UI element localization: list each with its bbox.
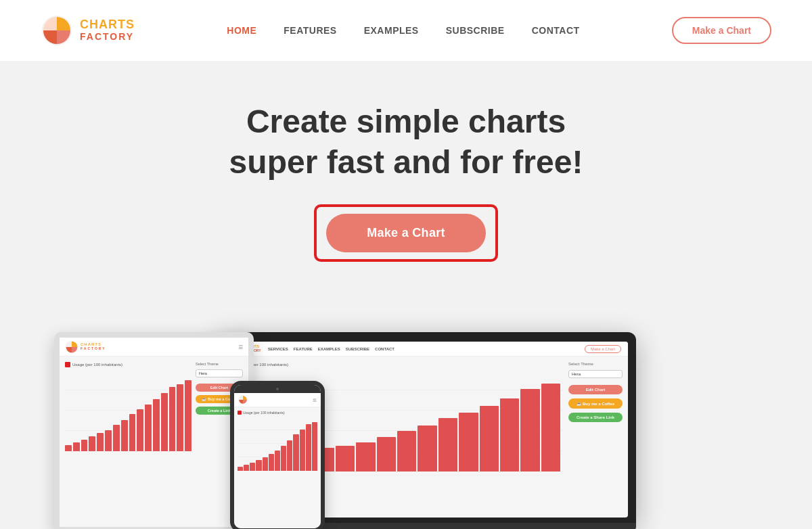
tablet-hamburger-icon[interactable]: ≡ (238, 342, 243, 352)
bar (459, 413, 478, 472)
navbar: CHARTS FACTORY HOME FEATURES EXAMPLES SU… (0, 0, 812, 61)
laptop-nav-services[interactable]: SERVICES (268, 347, 288, 351)
laptop-theme-label: Select Theme (568, 362, 623, 366)
logo-icon (41, 14, 73, 47)
phone-chart-title-text: Usage (per 100 inhabitants) (243, 411, 285, 415)
bar (336, 446, 355, 472)
laptop-nav-links: SERVICES FEATURE EXAMPLES SUBSCRIBE CONT… (268, 347, 578, 351)
bar (418, 426, 436, 472)
bar (300, 430, 305, 472)
nav-subscribe[interactable]: SUBSCRIBE (446, 25, 505, 36)
bar (500, 398, 519, 472)
tablet-theme-select[interactable]: Hera (196, 369, 243, 377)
bar (256, 460, 261, 471)
hero-headline-line1: Create simple charts (246, 104, 566, 139)
bar (177, 384, 183, 451)
bar (121, 420, 128, 451)
tablet-bar-chart (65, 370, 191, 451)
bar (275, 451, 280, 471)
bar (169, 387, 176, 451)
bar (81, 440, 88, 451)
bar (377, 437, 396, 472)
bar (73, 442, 80, 451)
tablet-logo-icon (65, 340, 78, 354)
bar (97, 433, 104, 451)
phone-bar-chart (238, 417, 317, 471)
phone-device: ≡ Usage (per 100 inhabitants) (230, 381, 325, 529)
bar (269, 454, 274, 471)
phone-logo-icon (238, 395, 248, 405)
laptop-nav-cta[interactable]: Make a Chart (585, 345, 621, 353)
bar (238, 467, 243, 471)
laptop-navbar: CHARTS FACTORY SERVICES FEATURE EXAMPLES… (225, 342, 628, 356)
laptop-coffee-btn[interactable]: ☕ Buy me a Coffee (568, 398, 623, 409)
tablet-navbar: CHARTS FACTORY ≡ (60, 338, 248, 356)
hero-cta-highlight: Make a Chart (314, 204, 498, 262)
tablet-theme-label: Select Theme (196, 362, 243, 366)
nav-examples[interactable]: EXAMPLES (364, 25, 419, 36)
hero-section: Create simple charts super fast and for … (0, 61, 812, 275)
bar (397, 431, 416, 472)
bar (520, 389, 539, 472)
nav-home[interactable]: HOME (227, 25, 256, 36)
laptop-nav-feature[interactable]: FEATURE (294, 347, 313, 351)
phone-hamburger-icon[interactable]: ≡ (313, 396, 317, 404)
tablet-chart-area: Usage (per 100 inhabitants) (65, 362, 191, 522)
bar (541, 384, 560, 472)
devices-section: CHARTS FACTORY ≡ Usage (per 100 inhabita… (0, 309, 812, 529)
hero-headline-line2: super fast and for free! (229, 144, 583, 180)
laptop-nav-examples[interactable]: EXAMPLES (318, 347, 340, 351)
nav-contact[interactable]: CONTACT (532, 25, 580, 36)
bar (153, 399, 160, 451)
bar (480, 406, 499, 472)
laptop-theme-select[interactable]: Hera (568, 370, 623, 378)
bar (293, 434, 298, 471)
brand-name-line2: FACTORY (80, 32, 135, 42)
laptop-edit-btn[interactable]: Edit Chart (568, 385, 623, 394)
bar (356, 442, 375, 472)
bar (137, 409, 143, 451)
tablet-device: CHARTS FACTORY ≡ Usage (per 100 inhabita… (54, 332, 254, 529)
laptop-sidebar: Select Theme Hera Edit Chart ☕ Buy me a … (568, 362, 623, 512)
phone-notch (234, 385, 321, 393)
laptop-coffee-icon: ☕ (577, 401, 581, 406)
bar (145, 405, 152, 451)
bar (312, 422, 317, 471)
bar (306, 424, 311, 471)
phone-navbar: ≡ (234, 393, 321, 407)
hero-make-chart-button[interactable]: Make a Chart (326, 214, 486, 252)
bar (438, 418, 457, 472)
logo[interactable]: CHARTS FACTORY (41, 14, 135, 47)
bar (89, 436, 95, 451)
bar (250, 463, 255, 471)
bar (185, 380, 191, 451)
laptop-nav-contact[interactable]: CONTACT (375, 347, 394, 351)
nav-features[interactable]: FEATURES (284, 25, 336, 36)
laptop-nav-subscribe[interactable]: SUBSCRIBE (346, 347, 369, 351)
nav-links: HOME FEATURES EXAMPLES SUBSCRIBE CONTACT (227, 25, 579, 36)
tablet-chart-title-text: Usage (per 100 inhabitants) (72, 363, 122, 367)
brand-name-line1: CHARTS (80, 18, 135, 32)
coffee-icon: ☕ (202, 397, 206, 401)
bar (281, 446, 286, 472)
laptop-share-btn[interactable]: Create a Share Link (568, 413, 623, 422)
hero-headline: Create simple charts super fast and for … (229, 101, 583, 183)
bar (161, 393, 168, 451)
bar (105, 430, 112, 451)
bar (65, 445, 72, 451)
bar (129, 414, 136, 451)
bar (244, 465, 249, 471)
bar (287, 440, 292, 471)
nav-make-chart-button[interactable]: Make a Chart (672, 17, 771, 44)
bar (113, 425, 120, 451)
bar (263, 457, 268, 471)
